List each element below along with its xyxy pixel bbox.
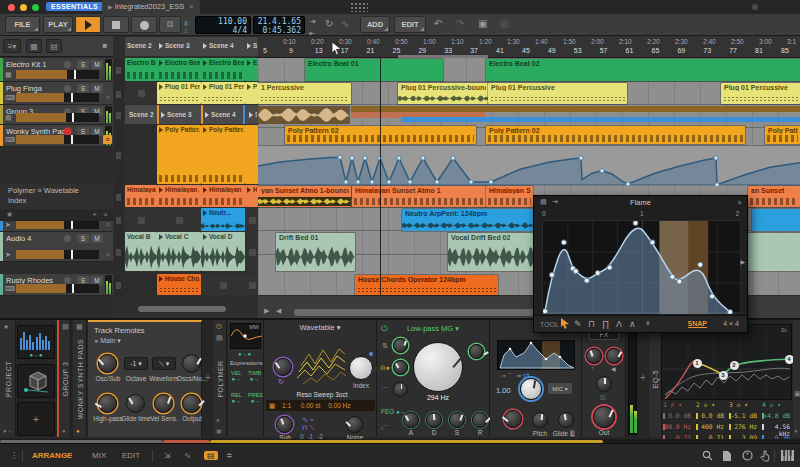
- arm-button[interactable]: [64, 277, 71, 284]
- edit-button[interactable]: EDIT: [394, 16, 426, 33]
- solo-button[interactable]: S: [77, 234, 89, 243]
- tempo-display[interactable]: 110.00 4/4: [195, 16, 251, 34]
- expression-rel[interactable]: REL●→: [231, 392, 242, 404]
- arm-button[interactable]: [64, 235, 71, 242]
- tab-edit[interactable]: EDIT: [122, 451, 140, 460]
- volume-fader[interactable]: [16, 113, 99, 122]
- index-knob[interactable]: [349, 356, 373, 380]
- osc-sub-knob[interactable]: [98, 354, 117, 373]
- expression-pres[interactable]: PRES●→: [248, 392, 263, 404]
- launcher-clip[interactable]: Vocal B: [125, 232, 157, 271]
- expression-timb[interactable]: TIMB●→: [248, 370, 261, 382]
- remotes-page-select[interactable]: ● Main ▾: [94, 337, 121, 345]
- volume-fader[interactable]: [16, 220, 99, 229]
- eq-node-2[interactable]: 2: [730, 361, 739, 370]
- volume-fader[interactable]: [16, 135, 99, 144]
- octave-select[interactable]: -1 ▾: [124, 357, 148, 370]
- launcher-clip[interactable]: Himalayan ...: [125, 185, 157, 207]
- ramp-shape-icon[interactable]: Λ: [616, 319, 622, 329]
- flame-window[interactable]: ▤ ⇥ Flame × 0 1 2 ▶ TOOL ✎ ⊓ ∏ Λ ∧ ± SNA…: [533, 195, 748, 333]
- mute-button[interactable]: M: [91, 60, 103, 69]
- eq-band-header[interactable]: 2 ◇ ▾: [694, 401, 726, 408]
- launcher-clip[interactable]: Himalayan ...: [157, 185, 201, 207]
- stop-cell[interactable]: [114, 185, 124, 208]
- pencil-tool-icon[interactable]: ✎: [574, 319, 582, 329]
- polymer-device-tab[interactable]: ⏻ ▤ POLYMER ▣ ●: [213, 320, 227, 437]
- eq-gain-value[interactable]: 0.0 dB: [694, 412, 726, 419]
- fader-mode-icon[interactable]: ≡: [103, 220, 112, 229]
- arranger-clip[interactable]: House Chords Operator 124bpm: [355, 275, 498, 295]
- launcher-clip[interactable]: [245, 125, 258, 184]
- launcher-clip[interactable]: Electro Bea...: [201, 58, 245, 81]
- eq-gain-value[interactable]: +4.8 dB: [760, 412, 792, 419]
- scene-header[interactable]: Scene 4: [201, 37, 245, 56]
- rail-expand-icon[interactable]: ▣: [794, 390, 800, 398]
- env-amount-knob[interactable]: [504, 410, 522, 428]
- sub-knob[interactable]: [276, 416, 293, 433]
- launcher-clip[interactable]: Electro Bea...: [125, 58, 157, 81]
- duplicate-icon[interactable]: ▣: [478, 18, 487, 30]
- follow-icon[interactable]: ∿: [341, 18, 349, 30]
- play-button[interactable]: [75, 16, 101, 33]
- add-button[interactable]: ADD: [360, 16, 390, 33]
- titlebar-gear-icon[interactable]: [752, 4, 758, 10]
- volume-fader[interactable]: [16, 284, 99, 293]
- track-row[interactable]: Electro Kit 1SM▦≡: [0, 58, 113, 82]
- launcher-clip[interactable]: Hi: [245, 185, 258, 207]
- launcher-clip[interactable]: Plug 01 Per...: [201, 82, 245, 104]
- clip-slot[interactable]: [125, 125, 157, 184]
- arranger-clip[interactable]: Electro Beat 01: [305, 59, 443, 81]
- scroll-left-icon[interactable]: ◀: [276, 307, 281, 315]
- volume-fader[interactable]: [16, 93, 99, 102]
- arranger-clip[interactable]: Vocal Drift Bed 02: [448, 233, 536, 271]
- tab-arrange[interactable]: ARRANGE: [32, 451, 72, 460]
- stop-cell[interactable]: [114, 105, 124, 125]
- arm-button[interactable]: [64, 128, 71, 135]
- favorite-icon[interactable]: ★: [6, 210, 13, 219]
- wavetable-preset-name[interactable]: Reso Sweep 3oct: [292, 391, 352, 398]
- mod-rate-knob[interactable]: [520, 378, 542, 400]
- scene-header[interactable]: Scene 2: [125, 37, 157, 56]
- mixer-panel-icon[interactable]: ≑: [226, 451, 233, 460]
- eq-band-header[interactable]: 1 ⌿ ▾: [661, 401, 693, 408]
- step-shape-icon[interactable]: ∏: [602, 319, 609, 329]
- arm-button[interactable]: [64, 61, 71, 68]
- out-knob[interactable]: [593, 406, 615, 428]
- glide-knob[interactable]: [558, 412, 574, 428]
- group-scene-cell[interactable]: Scene 4: [201, 105, 245, 124]
- high-pass-knob[interactable]: [98, 394, 117, 413]
- track-row[interactable]: Audio 4SM➤≡: [0, 232, 113, 262]
- group-scene-cell[interactable]: Scene 3: [157, 105, 201, 124]
- launcher-clip[interactable]: Plug 01 Per...: [157, 82, 201, 104]
- arranger-clip[interactable]: Neutro ArpPent: 124bpm: [402, 209, 533, 231]
- fx-send-knob[interactable]: [586, 348, 602, 364]
- clip-slot[interactable]: [157, 208, 201, 231]
- noise-knob[interactable]: [346, 416, 363, 433]
- device-browser-icon[interactable]: [742, 450, 753, 461]
- add-lane-icon[interactable]: +: [92, 210, 97, 219]
- stop-cell[interactable]: [114, 82, 124, 105]
- resonance-knob[interactable]: [469, 344, 484, 359]
- stop-all-icon[interactable]: ■: [100, 39, 110, 53]
- pointer-tool-icon[interactable]: [560, 318, 570, 329]
- arranger-clip[interactable]: Himalayan Sunset Atmo 1: [352, 186, 486, 207]
- output-knob[interactable]: [182, 394, 201, 413]
- play-menu-button[interactable]: PLAY: [43, 16, 73, 33]
- arranger-clip[interactable]: Drift Bed 01: [276, 233, 355, 271]
- launcher-clip[interactable]: Poly Patter...: [201, 125, 245, 184]
- eq-band-header[interactable]: 3 ◇ ▾: [727, 401, 759, 408]
- zoom-window-button[interactable]: [32, 4, 39, 11]
- loop-icon[interactable]: ↻: [325, 18, 333, 30]
- minimize-window-button[interactable]: [20, 4, 27, 11]
- wavetable-title[interactable]: Wavetable ▾: [264, 323, 376, 332]
- close-lane-icon[interactable]: ×: [103, 210, 108, 219]
- scroll-right-icon[interactable]: ▶: [264, 307, 269, 315]
- fx-level-knob[interactable]: [606, 348, 622, 364]
- flame-play-icon[interactable]: ▶: [740, 258, 745, 265]
- solo-button[interactable]: S: [77, 84, 89, 93]
- wonky-device-tab[interactable]: ▦ WONKY SYNTH PADS ●: [73, 320, 87, 437]
- eq-node-1[interactable]: 1: [693, 359, 702, 368]
- stop-button[interactable]: [103, 16, 129, 33]
- arranger-clip[interactable]: 1 Percussive: [258, 83, 351, 104]
- polymer-expand-icon[interactable]: ▣: [216, 427, 222, 434]
